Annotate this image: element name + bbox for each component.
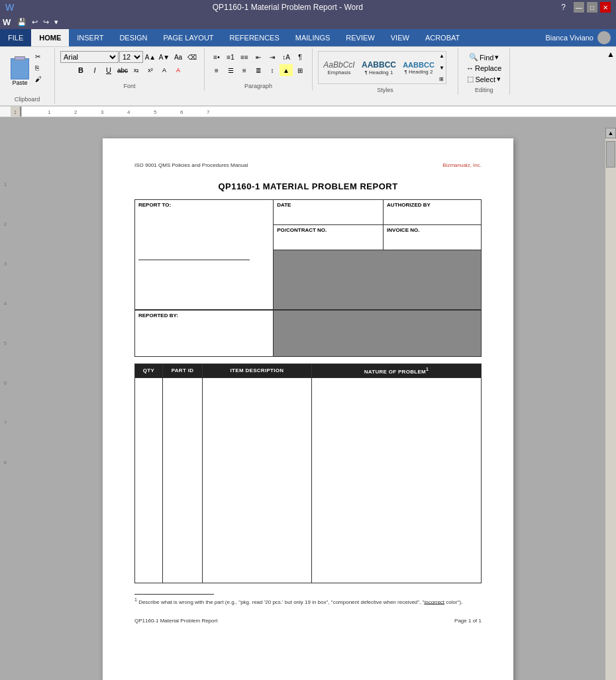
title-bar-controls: ? — □ ✕ <box>561 2 611 13</box>
align-center-button[interactable]: ☰ <box>224 64 237 76</box>
maximize-button[interactable]: □ <box>587 2 597 13</box>
data-row-item[interactable] <box>203 377 312 583</box>
authorized-by-value[interactable] <box>387 208 478 222</box>
font-color-button[interactable]: A <box>172 64 185 76</box>
copy-button[interactable]: ⎘ <box>34 62 49 73</box>
bullets-button[interactable]: ≡• <box>210 51 223 63</box>
tab-mailings[interactable]: MAILINGS <box>287 29 338 46</box>
replace-button[interactable]: ↔ Replace <box>464 64 504 73</box>
shading-button[interactable]: ▲ <box>280 64 293 76</box>
decrease-indent-button[interactable]: ⇤ <box>252 51 265 63</box>
line-spacing-button[interactable]: ↕ <box>266 64 279 76</box>
signature-line <box>138 260 250 260</box>
vertical-scrollbar[interactable]: ▲ ▼ <box>605 128 616 680</box>
data-table: QTY PART ID ITEM DESCRIPTION NATURE OF P… <box>134 364 482 583</box>
ruler-track: 1 2 3 4 5 6 7 <box>20 107 616 117</box>
reported-by-value[interactable] <box>138 318 270 352</box>
tab-review[interactable]: REVIEW <box>338 29 382 46</box>
minimize-button[interactable]: — <box>574 2 584 13</box>
justify-button[interactable]: ≣ <box>252 64 265 76</box>
ruler-mark-3: 3 <box>4 227 7 267</box>
tab-acrobat[interactable]: ACROBAT <box>417 29 468 46</box>
data-row-qty[interactable] <box>135 377 163 583</box>
select-icon: ⬚ <box>467 75 474 83</box>
date-label: DATE <box>277 202 380 208</box>
select-button[interactable]: ⬚ Select ▾ <box>464 74 503 84</box>
invoice-value[interactable] <box>387 233 478 248</box>
user-avatar <box>597 31 611 44</box>
close-button[interactable]: ✕ <box>600 2 611 13</box>
page-container: ISO 9001 QMS Policies and Procedures Man… <box>11 128 605 680</box>
paste-button[interactable]: Paste <box>5 55 34 89</box>
undo-quick-button[interactable]: ↩ <box>30 18 39 26</box>
more-quick-button[interactable]: ▾ <box>53 18 60 26</box>
ribbon-group-editing: 🔍 Find ▾ ↔ Replace ⬚ Select ▾ Editing <box>458 48 510 95</box>
scroll-up-button[interactable]: ▲ <box>605 128 616 138</box>
style-heading2[interactable]: AABBCC ¶ Heading 2 <box>399 53 438 82</box>
reported-by-cell: REPORTED BY: <box>135 311 274 357</box>
subscript-button[interactable]: x₂ <box>130 64 143 76</box>
redo-quick-button[interactable]: ↪ <box>42 18 50 26</box>
cut-button[interactable]: ✂ <box>34 51 49 62</box>
increase-indent-button[interactable]: ⇥ <box>266 51 279 63</box>
tab-insert[interactable]: INSERT <box>69 29 111 46</box>
style-heading1[interactable]: AABBCC ¶ Heading 1 <box>360 53 398 82</box>
footnote-number: 1 <box>134 597 137 602</box>
borders-button[interactable]: ⊞ <box>293 64 307 76</box>
strikethrough-button[interactable]: abc <box>116 64 129 76</box>
data-row-part[interactable] <box>163 377 203 583</box>
increase-font-button[interactable]: A▲ <box>144 51 157 63</box>
change-case-button[interactable]: Aa <box>172 51 185 63</box>
styles-scroll-up[interactable]: ▲ <box>439 53 444 59</box>
align-left-button[interactable]: ≡ <box>210 64 223 76</box>
tab-page-layout[interactable]: PAGE LAYOUT <box>156 29 222 46</box>
document-page[interactable]: ISO 9001 QMS Policies and Procedures Man… <box>103 138 513 680</box>
clipboard-group-label: Clipboard <box>15 96 40 103</box>
styles-more[interactable]: ⊞ <box>439 76 444 82</box>
col-qty: QTY <box>135 364 163 378</box>
tab-view[interactable]: VIEW <box>383 29 417 46</box>
tab-design[interactable]: DESIGN <box>111 29 155 46</box>
tab-file[interactable]: FILE <box>0 29 31 46</box>
format-painter-button[interactable]: 🖌 <box>34 73 49 84</box>
footnote-text-after: color"). <box>444 599 462 605</box>
font-family-select[interactable]: Arial <box>60 51 119 63</box>
styles-scroll-down[interactable]: ▼ <box>439 65 444 71</box>
decrease-font-button[interactable]: A▼ <box>158 51 171 63</box>
clear-formatting-button[interactable]: ⌫ <box>185 51 199 63</box>
italic-button[interactable]: I <box>88 64 101 76</box>
report-to-value[interactable] <box>138 208 270 254</box>
scroll-thumb[interactable] <box>606 141 615 168</box>
date-value[interactable] <box>277 208 380 222</box>
ribbon-group-clipboard: Paste ✂ ⎘ 🖌 Clipboard <box>0 48 55 104</box>
underline-button[interactable]: U <box>102 64 115 76</box>
data-row-nature[interactable] <box>312 377 482 583</box>
header-left: ISO 9001 QMS Policies and Procedures Man… <box>134 162 248 168</box>
sort-button[interactable]: ↕A <box>280 51 293 63</box>
col-nature: NATURE OF PROBLEM1 <box>312 364 482 378</box>
multilevel-list-button[interactable]: ≡≡ <box>238 51 251 63</box>
report-to-label: REPORT TO: <box>138 202 270 208</box>
select-dropdown-icon: ▾ <box>497 75 501 83</box>
numbering-button[interactable]: ≡1 <box>224 51 237 63</box>
text-highlight-button[interactable]: A <box>158 64 171 76</box>
bold-button[interactable]: B <box>74 64 87 76</box>
ruler-mark-8: 8 <box>4 426 7 465</box>
po-contract-value[interactable] <box>277 233 380 248</box>
page-footer: QP1160-1 Material Problem Report Page 1 … <box>134 618 482 624</box>
page-header: ISO 9001 QMS Policies and Procedures Man… <box>134 162 482 168</box>
tab-home[interactable]: HOME <box>31 29 69 46</box>
replace-label: Replace <box>475 64 501 72</box>
font-size-select[interactable]: 12 <box>119 51 143 63</box>
superscript-button[interactable]: x² <box>144 64 157 76</box>
style-emphasis[interactable]: AaBbCcI Emphasis <box>320 53 358 82</box>
tab-references[interactable]: REFERENCES <box>222 29 287 46</box>
find-button[interactable]: 🔍 Find ▾ <box>466 52 501 62</box>
help-icon[interactable]: ? <box>561 3 566 12</box>
save-quick-button[interactable]: 💾 <box>16 18 28 26</box>
ruler: ↕ 1 2 3 4 5 6 7 <box>0 107 616 117</box>
show-marks-button[interactable]: ¶ <box>293 51 307 63</box>
align-right-button[interactable]: ≡ <box>238 64 251 76</box>
authorized-by-cell: AUTHORIZED BY <box>384 200 482 225</box>
collapse-ribbon-button[interactable]: ▲ <box>607 50 615 59</box>
